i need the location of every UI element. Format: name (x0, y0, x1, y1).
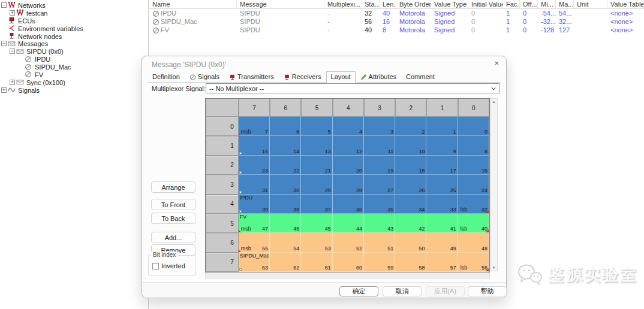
tab-layout[interactable]: Layout (326, 71, 356, 83)
bit-cell[interactable]: msb55 (239, 233, 270, 252)
collapse-icon[interactable]: − (1, 41, 7, 46)
column-header-fac[interactable]: Fac... (503, 0, 520, 8)
tree-item-sync-0x100[interactable]: +Sync (0x100) (0, 78, 148, 86)
drag-handle[interactable] (239, 171, 242, 174)
bit-cell[interactable]: 28 (333, 175, 364, 194)
tree-item-messages[interactable]: −Messages (0, 40, 148, 47)
expand-icon[interactable]: + (1, 87, 7, 93)
column-header-ma[interactable]: Ma... (556, 0, 574, 8)
column-header-message[interactable]: Message (237, 0, 324, 8)
bit-cell[interactable]: lsb56 (458, 253, 489, 272)
bit-cell[interactable]: 50 (395, 233, 426, 252)
tree-item-testcan[interactable]: +testcan (0, 9, 148, 17)
tree-item-ipdu[interactable]: IPDU (0, 55, 148, 63)
inverted-checkbox[interactable] (152, 263, 159, 269)
bit-cell[interactable]: 38 (270, 195, 301, 214)
bit-cell[interactable]: 35 (364, 195, 395, 214)
bit-cell[interactable]: 34 (395, 195, 426, 214)
tab-attributes[interactable]: Attributes (356, 71, 401, 82)
bit-cell[interactable]: 27 (364, 175, 395, 194)
bit-cell[interactable]: 21 (301, 156, 332, 175)
bit-cell[interactable]: 10 (395, 136, 426, 155)
bit-cell[interactable]: IPDU39 (239, 195, 270, 214)
bit-cell[interactable]: 14 (270, 136, 301, 155)
tab-definition[interactable]: Definition (148, 71, 185, 82)
tree-item-fv[interactable]: FV (0, 71, 148, 78)
tab-signals[interactable]: Signals (185, 71, 224, 82)
bit-cell[interactable]: 8 (458, 136, 489, 155)
bit-cell[interactable]: lsb40 (458, 214, 489, 233)
table-row[interactable]: SIPDU_MacSIPDU-5616MotorolaSigned010-32.… (149, 17, 644, 26)
bit-cell[interactable]: 33 (426, 195, 458, 214)
tree-item-sipdu-mac[interactable]: SIPDU_Mac (0, 63, 148, 71)
bit-cell[interactable]: 52 (333, 233, 364, 252)
bit-cell[interactable]: 62 (270, 253, 301, 272)
column-header-mi[interactable]: Mi... (538, 0, 556, 8)
drag-handle[interactable] (239, 268, 242, 271)
collapse-icon[interactable]: − (10, 49, 15, 54)
bit-cell[interactable]: 59 (364, 253, 395, 272)
to-back-button[interactable]: To Back (151, 213, 195, 224)
add-button[interactable]: Add... (151, 232, 195, 243)
expand-icon[interactable]: + (10, 10, 15, 16)
bit-cell[interactable]: 49 (426, 233, 458, 252)
bit-cell[interactable]: 5 (301, 117, 332, 136)
bit-cell[interactable]: 43 (364, 214, 395, 233)
collapse-icon[interactable]: − (1, 2, 7, 8)
cancel-button[interactable]: 取消 (383, 286, 422, 296)
bit-cell[interactable]: 29 (301, 175, 332, 194)
bit-cell[interactable]: 4 (333, 117, 364, 136)
bit-cell[interactable]: msb7 (239, 117, 270, 136)
bit-cell[interactable]: 17 (426, 156, 458, 175)
column-header-initial-value[interactable]: Initial Value (468, 0, 503, 8)
column-header-byte-order[interactable]: Byte Order (396, 0, 431, 8)
bit-cell[interactable]: 11 (364, 136, 395, 155)
tree-item-ecus[interactable]: ECUs (0, 17, 148, 25)
bit-cell[interactable]: 1 (426, 117, 458, 136)
column-header-value-table[interactable]: Value Table (607, 0, 644, 8)
scroll-down-icon[interactable]: ▼ (492, 265, 496, 271)
close-icon[interactable]: × (494, 59, 499, 68)
bit-cell[interactable]: 30 (270, 175, 301, 194)
bit-cell[interactable]: FVmsb47 (239, 214, 270, 233)
bit-cell[interactable]: 15 (239, 136, 270, 155)
drag-handle[interactable] (239, 210, 242, 213)
bit-cell[interactable]: lsb32 (458, 195, 489, 214)
tree-item-network-nodes[interactable]: Network nodes (0, 32, 148, 40)
table-row[interactable]: IPDUSIPDU-3240MotorolaSigned010-54...54.… (149, 9, 644, 17)
bit-cell[interactable]: 37 (301, 195, 332, 214)
bit-cell[interactable]: 24 (458, 175, 489, 194)
bit-cell[interactable]: 44 (333, 214, 364, 233)
bit-cell[interactable]: 42 (395, 214, 426, 233)
bit-cell[interactable]: 19 (364, 156, 395, 175)
ok-button[interactable]: 确定 (339, 286, 378, 296)
bit-cell[interactable]: 20 (333, 156, 364, 175)
bit-cell[interactable]: 23 (239, 156, 270, 175)
column-header-multiplexi[interactable]: Multiplexi... (324, 0, 362, 8)
drag-handle[interactable] (239, 152, 242, 154)
bit-cell[interactable]: 22 (270, 156, 301, 175)
bit-cell[interactable]: 25 (426, 175, 458, 194)
multiplexor-select[interactable]: -- No Multiplexor -- (206, 83, 499, 93)
tree-item-networks[interactable]: −Networks (0, 1, 148, 9)
tree-item-sipdu-0x0[interactable]: −SIPDU (0x0) (0, 47, 148, 55)
to-front-button[interactable]: To Front (151, 199, 195, 210)
bit-cell[interactable]: 3 (364, 117, 395, 136)
bit-cell[interactable]: 2 (395, 117, 426, 136)
horizontal-scrollbar[interactable] (205, 272, 490, 278)
arrange-button[interactable]: Arrange (151, 181, 195, 193)
tab-receivers[interactable]: Receivers (279, 71, 326, 82)
bit-cell[interactable]: 57 (426, 253, 458, 272)
table-row[interactable]: FVSIPDU-408MotorolaSigned010-128127<none… (149, 26, 644, 34)
bit-cell[interactable]: 51 (364, 233, 395, 252)
bit-cell[interactable]: 16 (458, 156, 489, 175)
column-header-unit[interactable]: Unit (574, 0, 607, 8)
bit-cell[interactable]: 48 (458, 233, 489, 252)
bit-cell[interactable]: 18 (395, 156, 426, 175)
vertical-scrollbar[interactable]: ▲ ▼ (490, 98, 498, 271)
bit-cell[interactable]: 54 (270, 233, 301, 252)
column-header-name[interactable]: Name (149, 0, 237, 8)
help-button[interactable]: 帮助 (468, 286, 507, 296)
bit-cell[interactable]: SIPDU_Mac63 (239, 253, 270, 272)
bit-cell[interactable]: 26 (395, 175, 426, 194)
